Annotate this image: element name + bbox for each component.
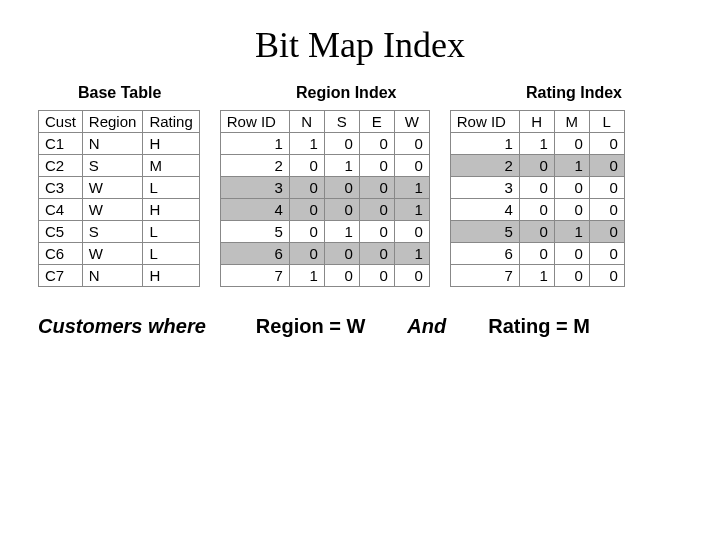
table-cell: 1	[519, 133, 554, 155]
table-cell: L	[143, 177, 199, 199]
table-cell: 0	[519, 199, 554, 221]
region-index-label: Region Index	[296, 84, 396, 102]
table-cell: 0	[589, 199, 624, 221]
table-cell: 0	[359, 265, 394, 287]
table-header: Cust	[39, 111, 83, 133]
table-cell: N	[82, 133, 143, 155]
table-cell: 3	[450, 177, 519, 199]
table-cell: 1	[324, 221, 359, 243]
table-cell: 0	[359, 221, 394, 243]
table-cell: 1	[554, 155, 589, 177]
table-cell: L	[143, 243, 199, 265]
table-cell: 0	[394, 133, 429, 155]
table-row: 71000	[220, 265, 429, 287]
table-cell: 0	[289, 155, 324, 177]
table-cell: 0	[359, 155, 394, 177]
table-header: S	[324, 111, 359, 133]
table-cell: 5	[450, 221, 519, 243]
table-cell: 0	[589, 133, 624, 155]
table-cell: C1	[39, 133, 83, 155]
table-header: H	[519, 111, 554, 133]
table-cell: 0	[519, 155, 554, 177]
table-cell: 7	[450, 265, 519, 287]
table-row: 2010	[450, 155, 624, 177]
table-cell: 0	[359, 133, 394, 155]
table-cell: 1	[394, 177, 429, 199]
table-row: 3000	[450, 177, 624, 199]
table-cell: W	[82, 177, 143, 199]
table-cell: 0	[589, 177, 624, 199]
table-header: Rating	[143, 111, 199, 133]
table-cell: H	[143, 265, 199, 287]
table-row: 20100	[220, 155, 429, 177]
rating-condition: Rating = M	[488, 315, 590, 338]
table-cell: L	[143, 221, 199, 243]
table-cell: 0	[394, 155, 429, 177]
region-index-table: Row IDNSEW110002010030001400015010060001…	[220, 110, 430, 287]
page-title: Bit Map Index	[0, 24, 720, 66]
table-cell: 0	[589, 243, 624, 265]
table-cell: 0	[289, 199, 324, 221]
table-cell: 0	[554, 243, 589, 265]
table-header: L	[589, 111, 624, 133]
table-row: 60001	[220, 243, 429, 265]
table-cell: 3	[220, 177, 289, 199]
customers-where-label: Customers where	[38, 315, 206, 338]
table-cell: 0	[589, 155, 624, 177]
table-cell: W	[82, 199, 143, 221]
table-row: C7NH	[39, 265, 200, 287]
table-row: C4WH	[39, 199, 200, 221]
table-cell: 0	[324, 243, 359, 265]
table-header: Row ID	[220, 111, 289, 133]
table-row: C2SM	[39, 155, 200, 177]
table-row: C5SL	[39, 221, 200, 243]
table-cell: 1	[450, 133, 519, 155]
table-cell: C6	[39, 243, 83, 265]
tables-row: CustRegionRatingC1NHC2SMC3WLC4WHC5SLC6WL…	[38, 110, 720, 287]
table-row: 40001	[220, 199, 429, 221]
table-cell: 7	[220, 265, 289, 287]
table-cell: 0	[554, 199, 589, 221]
table-row: 50100	[220, 221, 429, 243]
table-header: W	[394, 111, 429, 133]
table-cell: 0	[394, 221, 429, 243]
table-cell: C2	[39, 155, 83, 177]
table-row: C6WL	[39, 243, 200, 265]
table-cell: 1	[394, 199, 429, 221]
table-cell: C7	[39, 265, 83, 287]
table-cell: S	[82, 155, 143, 177]
table-cell: 1	[324, 155, 359, 177]
table-header: E	[359, 111, 394, 133]
table-cell: 0	[554, 177, 589, 199]
table-cell: 6	[450, 243, 519, 265]
table-cell: 0	[324, 199, 359, 221]
table-cell: 6	[220, 243, 289, 265]
rating-index-label: Rating Index	[526, 84, 622, 102]
table-cell: 1	[519, 265, 554, 287]
table-cell: 0	[519, 221, 554, 243]
table-header: M	[554, 111, 589, 133]
table-row: 30001	[220, 177, 429, 199]
table-row: C3WL	[39, 177, 200, 199]
table-row: 4000	[450, 199, 624, 221]
table-cell: M	[143, 155, 199, 177]
table-cell: 4	[220, 199, 289, 221]
table-cell: 2	[450, 155, 519, 177]
table-cell: 0	[289, 243, 324, 265]
table-cell: 0	[589, 221, 624, 243]
table-cell: 1	[394, 243, 429, 265]
table-cell: 1	[554, 221, 589, 243]
base-table: CustRegionRatingC1NHC2SMC3WLC4WHC5SLC6WL…	[38, 110, 200, 287]
table-row: 1100	[450, 133, 624, 155]
table-cell: 0	[289, 177, 324, 199]
table-cell: 0	[519, 177, 554, 199]
table-cell: 5	[220, 221, 289, 243]
table-cell: C4	[39, 199, 83, 221]
table-cell: 0	[289, 221, 324, 243]
table-cell: 0	[554, 133, 589, 155]
table-cell: 0	[519, 243, 554, 265]
table-cell: C5	[39, 221, 83, 243]
table-cell: 1	[289, 133, 324, 155]
table-cell: N	[82, 265, 143, 287]
table-header: N	[289, 111, 324, 133]
